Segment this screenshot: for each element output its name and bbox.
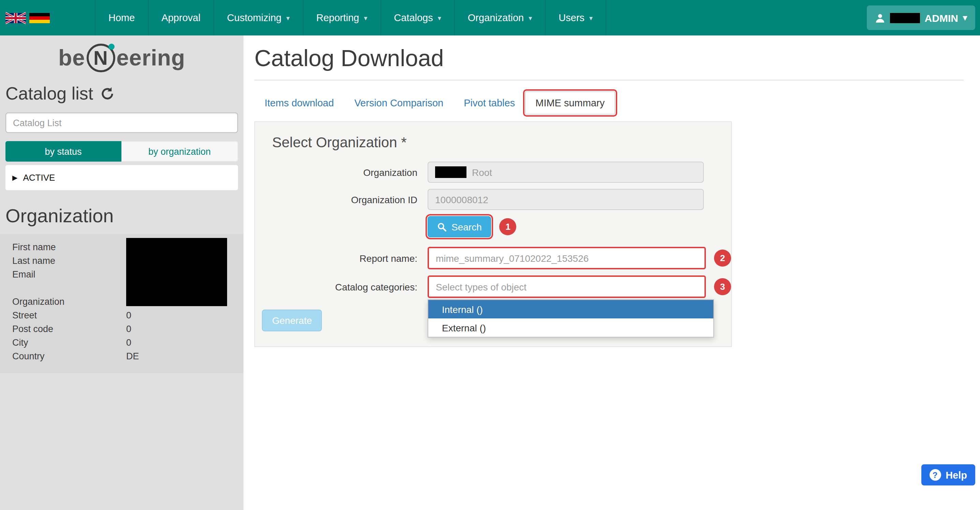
content-tabs: Items download Version Comparison Pivot … bbox=[255, 91, 964, 114]
search-button-label: Search bbox=[452, 221, 482, 232]
nav-item-home[interactable]: Home bbox=[95, 0, 148, 35]
profile-label: Last name bbox=[12, 254, 126, 268]
catalog-status-tree: ▶ ACTIVE bbox=[5, 165, 238, 190]
sidebar-tabs: by status by organization bbox=[5, 141, 238, 162]
nav-item-label: Catalogs bbox=[394, 12, 433, 23]
mime-summary-form: Organization Root Organization ID bbox=[255, 162, 731, 331]
tab-items-download[interactable]: Items download bbox=[255, 91, 344, 114]
sidebar-tab-by-organization[interactable]: by organization bbox=[121, 141, 238, 162]
profile-label: First name bbox=[12, 241, 126, 254]
profile-label: Organization bbox=[12, 295, 126, 309]
organization-id-input[interactable] bbox=[428, 189, 704, 210]
profile-label: Street bbox=[12, 309, 126, 323]
chevron-down-icon: ▾ bbox=[438, 14, 441, 21]
expand-arrow-icon: ▶ bbox=[12, 174, 18, 181]
report-name-row: Report name: 2 bbox=[255, 247, 731, 269]
organization-label: Organization bbox=[255, 167, 428, 178]
catalog-list-heading: Catalog list bbox=[5, 83, 243, 104]
tree-item-label: ACTIVE bbox=[23, 173, 55, 183]
annotation-badge-3: 3 bbox=[714, 278, 731, 295]
organization-id-label: Organization ID bbox=[255, 194, 428, 205]
catalog-categories-row: Catalog categories: 3 Internal () Extern… bbox=[255, 275, 731, 298]
logo-circled-n: N bbox=[86, 44, 115, 72]
generate-button[interactable]: Generate bbox=[262, 310, 322, 331]
profile-value: 0 bbox=[126, 336, 131, 350]
nav-item-reporting[interactable]: Reporting ▾ bbox=[302, 0, 380, 35]
tab-mime-summary[interactable]: MIME summary bbox=[525, 91, 615, 114]
annotation-badge-1: 1 bbox=[500, 218, 517, 235]
german-flag-icon[interactable] bbox=[29, 11, 50, 24]
help-label: Help bbox=[945, 469, 967, 480]
nav-item-label: Home bbox=[108, 12, 135, 23]
organization-input[interactable]: Root bbox=[428, 162, 704, 183]
admin-menu-button[interactable]: ADMIN ▾ bbox=[867, 5, 975, 30]
organization-section-title: Organization bbox=[5, 205, 243, 227]
language-switcher bbox=[5, 11, 50, 24]
organization-id-row: Organization ID bbox=[255, 189, 731, 210]
beneering-logo: beNeering bbox=[0, 44, 243, 72]
dropdown-option-external[interactable]: External () bbox=[428, 318, 713, 337]
chevron-down-icon: ▾ bbox=[364, 14, 367, 21]
logo-text-post: eering bbox=[116, 45, 185, 71]
tab-label: Pivot tables bbox=[464, 97, 515, 108]
tab-label: by organization bbox=[148, 146, 211, 156]
help-button[interactable]: ? Help bbox=[921, 464, 975, 485]
chevron-down-icon: ▾ bbox=[963, 13, 967, 22]
nav-item-approval[interactable]: Approval bbox=[148, 0, 213, 35]
dropdown-option-internal[interactable]: Internal () bbox=[428, 300, 713, 318]
select-organization-panel: Select Organization * Organization Root … bbox=[255, 121, 732, 347]
profile-row: City 0 bbox=[0, 336, 243, 350]
report-name-input[interactable] bbox=[428, 247, 706, 269]
logo-n-letter: N bbox=[94, 47, 108, 69]
profile-row: Street 0 bbox=[0, 309, 243, 323]
page-title: Catalog Download bbox=[255, 45, 964, 71]
tree-item-active[interactable]: ▶ ACTIVE bbox=[12, 173, 231, 183]
report-name-label: Report name: bbox=[255, 253, 428, 264]
admin-label: ADMIN bbox=[925, 12, 958, 24]
tab-label: by status bbox=[45, 146, 81, 156]
nav-item-label: Customizing bbox=[227, 12, 282, 23]
catalog-categories-label: Catalog categories: bbox=[255, 281, 428, 292]
chevron-down-icon: ▾ bbox=[286, 14, 290, 21]
app-root: Home Approval Customizing ▾ Reporting ▾ … bbox=[0, 0, 980, 510]
nav-item-customizing[interactable]: Customizing ▾ bbox=[213, 0, 303, 35]
tab-label: Items download bbox=[265, 97, 334, 108]
title-divider bbox=[255, 80, 964, 81]
profile-row: Post code 0 bbox=[0, 323, 243, 336]
organization-row: Organization Root bbox=[255, 162, 731, 183]
nav-item-users[interactable]: Users ▾ bbox=[545, 0, 606, 35]
redacted-username bbox=[890, 13, 920, 23]
profile-label: Post code bbox=[12, 323, 126, 336]
catalog-list-title: Catalog list bbox=[5, 83, 93, 104]
organization-value: Root bbox=[472, 167, 492, 178]
nav-item-organization[interactable]: Organization ▾ bbox=[454, 0, 545, 35]
profile-label: City bbox=[12, 336, 126, 350]
search-row: Search 1 bbox=[428, 216, 731, 237]
profile-value: 0 bbox=[126, 309, 131, 323]
tab-version-comparison[interactable]: Version Comparison bbox=[344, 91, 453, 114]
refresh-icon[interactable] bbox=[100, 87, 114, 101]
catalog-list-search-input[interactable] bbox=[5, 113, 238, 133]
nav-item-catalogs[interactable]: Catalogs ▾ bbox=[380, 0, 454, 35]
nav-item-label: Reporting bbox=[316, 12, 359, 23]
redacted-profile-values bbox=[126, 238, 227, 306]
sidebar-tab-by-status[interactable]: by status bbox=[5, 141, 121, 162]
chevron-down-icon: ▾ bbox=[589, 14, 593, 21]
uk-flag-icon[interactable] bbox=[5, 11, 26, 24]
tab-label: Version Comparison bbox=[354, 97, 443, 108]
nav-item-label: Users bbox=[558, 12, 584, 23]
search-button[interactable]: Search bbox=[428, 216, 492, 237]
top-navigation: Home Approval Customizing ▾ Reporting ▾ … bbox=[0, 0, 980, 35]
profile-row: Country DE bbox=[0, 350, 243, 364]
annotation-badge-2: 2 bbox=[714, 249, 731, 267]
question-mark-icon: ? bbox=[929, 469, 941, 481]
profile-value: DE bbox=[126, 350, 139, 364]
tab-label: MIME summary bbox=[535, 97, 605, 108]
catalog-categories-input[interactable] bbox=[428, 275, 706, 298]
tab-pivot-tables[interactable]: Pivot tables bbox=[453, 91, 525, 114]
chevron-down-icon: ▾ bbox=[528, 14, 532, 21]
profile-label: Country bbox=[12, 350, 126, 364]
nav-item-label: Approval bbox=[161, 12, 200, 23]
logo-accent-dot bbox=[108, 44, 114, 50]
profile-value: 0 bbox=[126, 323, 131, 336]
